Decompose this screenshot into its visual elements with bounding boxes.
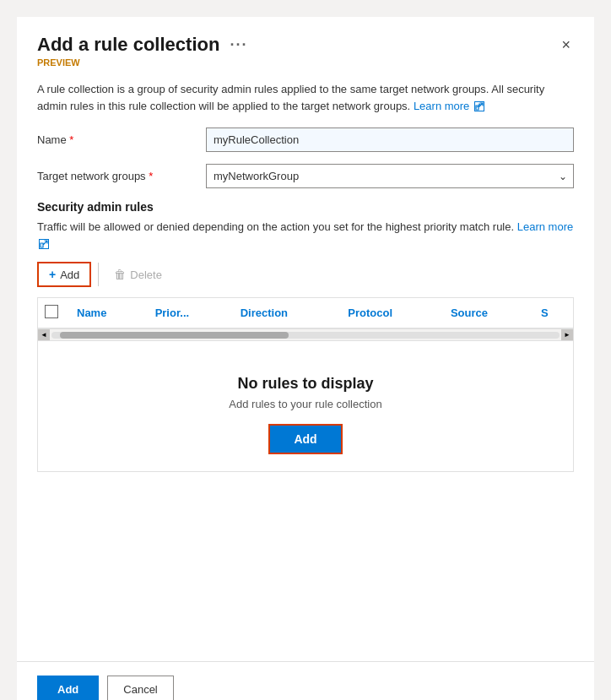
target-required: * xyxy=(149,170,153,182)
rules-table-container: Name Prior... Direction Protocol Source xyxy=(37,297,574,341)
empty-state: No rules to display Add rules to your ru… xyxy=(37,341,574,472)
rules-table: Name Prior... Direction Protocol Source xyxy=(38,298,573,328)
name-required: * xyxy=(69,133,73,146)
description-paragraph: A rule collection is a group of security… xyxy=(37,81,574,114)
footer-add-button[interactable]: Add xyxy=(37,676,99,700)
horizontal-scrollbar[interactable]: ◄ ► xyxy=(38,328,573,340)
name-label: Name * xyxy=(37,133,206,146)
select-all-checkbox[interactable] xyxy=(45,305,58,318)
section-title: Security admin rules xyxy=(37,200,574,214)
select-all-col xyxy=(38,298,68,328)
col-priority[interactable]: Prior... xyxy=(147,298,232,328)
col-source[interactable]: Source xyxy=(442,298,533,328)
ellipsis-menu[interactable]: ··· xyxy=(230,36,247,54)
toolbar-divider xyxy=(98,263,99,286)
target-select-wrapper: myNetworkGroup ⌄ xyxy=(206,164,574,188)
empty-title: No rules to display xyxy=(55,375,556,393)
external-link-icon-2 xyxy=(39,239,49,249)
scroll-right-arrow[interactable]: ► xyxy=(561,329,573,341)
learn-more-link-1[interactable]: Learn more xyxy=(414,100,484,112)
panel-footer: Add Cancel xyxy=(17,661,594,700)
preview-badge: PREVIEW xyxy=(37,57,247,68)
external-link-icon-1 xyxy=(474,101,484,111)
target-label: Target network groups * xyxy=(37,170,206,182)
panel-body: A rule collection is a group of security… xyxy=(17,68,594,661)
col-protocol[interactable]: Protocol xyxy=(339,298,442,328)
col-extra[interactable]: S xyxy=(533,298,573,328)
col-direction[interactable]: Direction xyxy=(232,298,340,328)
panel-title: Add a rule collection xyxy=(37,34,219,56)
panel-title-row: Add a rule collection ··· xyxy=(37,34,247,56)
scroll-left-arrow[interactable]: ◄ xyxy=(38,329,50,341)
add-rule-collection-panel: Add a rule collection ··· PREVIEW × A ru… xyxy=(17,17,594,700)
target-network-row: Target network groups * myNetworkGroup ⌄ xyxy=(37,164,574,188)
col-name[interactable]: Name xyxy=(68,298,147,328)
table-header-row: Name Prior... Direction Protocol Source xyxy=(38,298,573,328)
section-description: Traffic will be allowed or denied depend… xyxy=(37,219,574,252)
empty-description: Add rules to your rule collection xyxy=(55,398,556,410)
close-button[interactable]: × xyxy=(558,34,574,56)
title-area: Add a rule collection ··· PREVIEW xyxy=(37,34,247,68)
name-row: Name * xyxy=(37,128,574,152)
empty-add-button[interactable]: Add xyxy=(268,424,342,454)
name-input[interactable] xyxy=(206,128,574,152)
delete-button[interactable]: 🗑 Delete xyxy=(105,263,170,285)
trash-icon: 🗑 xyxy=(114,268,126,281)
target-select[interactable]: myNetworkGroup xyxy=(206,164,574,188)
add-rule-button[interactable]: + Add xyxy=(37,262,91,287)
panel-header: Add a rule collection ··· PREVIEW × xyxy=(17,17,594,68)
plus-icon: + xyxy=(49,268,56,281)
rules-toolbar: + Add 🗑 Delete xyxy=(37,262,574,287)
scrollbar-thumb[interactable] xyxy=(60,332,289,339)
footer-cancel-button[interactable]: Cancel xyxy=(107,676,173,700)
